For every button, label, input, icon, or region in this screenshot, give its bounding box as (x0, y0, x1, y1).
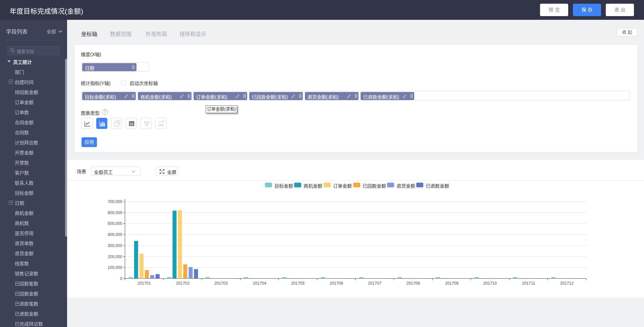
svg-text:201708: 201708 (407, 281, 420, 286)
svg-text:201707: 201707 (368, 281, 381, 286)
svg-text:201712: 201712 (560, 281, 574, 286)
svg-text:201709: 201709 (445, 281, 459, 286)
svg-text:400,000: 400,000 (108, 232, 122, 237)
svg-text:201711: 201711 (522, 281, 535, 286)
svg-text:700,000: 700,000 (108, 199, 122, 204)
svg-text:201704: 201704 (253, 281, 266, 286)
svg-text:201702: 201702 (176, 281, 190, 286)
svg-text:600,000: 600,000 (108, 211, 122, 215)
svg-text:201701: 201701 (138, 281, 151, 286)
svg-text:201706: 201706 (330, 281, 343, 286)
svg-text:100,000: 100,000 (108, 265, 122, 270)
svg-text:201703: 201703 (214, 281, 228, 286)
svg-text:300,000: 300,000 (108, 243, 122, 248)
svg-text:500,000: 500,000 (108, 221, 122, 226)
svg-text:201710: 201710 (483, 281, 497, 286)
svg-text:201705: 201705 (291, 281, 305, 286)
svg-text:0: 0 (120, 276, 122, 281)
svg-text:200,000: 200,000 (108, 254, 122, 259)
